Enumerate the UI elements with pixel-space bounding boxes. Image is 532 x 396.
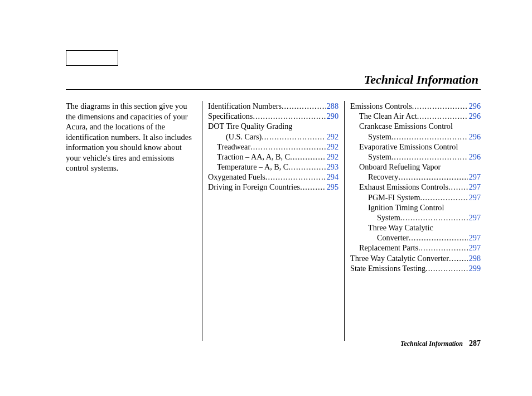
toc-entry[interactable]: System296 [350, 132, 481, 142]
toc-label: Recovery [368, 172, 398, 182]
toc-entry: Ignition Timing Control [350, 202, 481, 213]
toc-leader-dots [448, 182, 468, 192]
toc-label: Exhaust Emissions Controls [359, 182, 448, 192]
title-rule [66, 89, 481, 90]
toc-entry[interactable]: Exhaust Emissions Controls297 [350, 182, 481, 192]
toc-label: Crankcase Emissions Control [359, 121, 453, 131]
toc-label: Driving in Foreign Countries [208, 182, 300, 192]
toc-leader-dots [282, 101, 326, 111]
toc-entry[interactable]: Treadwear292 [208, 142, 338, 152]
toc-label: System [368, 152, 391, 162]
toc-label: Treadwear [217, 142, 250, 152]
toc-page-link[interactable]: 292 [326, 152, 338, 162]
page-footer: Technical Information 287 [400, 339, 481, 348]
toc-leader-dots [425, 263, 468, 273]
toc-entry[interactable]: Converter297 [350, 233, 481, 243]
toc-page-link[interactable]: 296 [468, 132, 481, 142]
toc-page-link[interactable]: 297 [468, 243, 481, 253]
toc-entry: Onboard Refueling Vapor [350, 162, 481, 172]
toc-label: Temperature – A, B, C [217, 162, 288, 172]
column-toc-1: Identification Numbers288Specifications2… [202, 101, 344, 341]
toc-page-link[interactable]: 297 [468, 192, 481, 202]
toc-page-link[interactable]: 292 [326, 132, 338, 142]
toc-entry[interactable]: (U.S. Cars)292 [208, 132, 338, 142]
toc-label: Converter [377, 233, 409, 243]
toc-entry: Three Way Catalytic [350, 223, 481, 233]
toc-leader-dots [253, 111, 325, 121]
toc-page-link[interactable]: 297 [468, 182, 481, 192]
toc-label: Evaporative Emissions Control [359, 142, 458, 152]
toc-label: State Emissions Testing [350, 263, 425, 273]
toc-leader-dots [398, 172, 467, 182]
toc-leader-dots [412, 101, 468, 111]
toc-label: Identification Numbers [208, 101, 282, 111]
placeholder-box [66, 50, 118, 66]
toc-leader-dots [391, 152, 468, 162]
toc-leader-dots [250, 142, 326, 152]
toc-leader-dots [288, 162, 325, 172]
toc-entry[interactable]: Recovery297 [350, 172, 481, 182]
toc-entry[interactable]: Emissions Controls296 [350, 101, 481, 111]
toc-label: PGM-FI System [368, 192, 420, 202]
toc-entry: Crankcase Emissions Control [350, 121, 481, 131]
intro-text: The diagrams in this section give you th… [66, 101, 196, 173]
content-columns: The diagrams in this section give you th… [66, 101, 481, 341]
toc-entry[interactable]: Oxygenated Fuels294 [208, 172, 338, 182]
toc-leader-dots [300, 182, 326, 192]
toc-label: Traction – AA, A, B, C [217, 152, 290, 162]
toc-entry[interactable]: Traction – AA, A, B, C292 [208, 152, 338, 162]
toc-page-link[interactable]: 293 [326, 162, 338, 172]
toc-entry[interactable]: The Clean Air Act296 [350, 111, 481, 121]
toc-page-link[interactable]: 297 [468, 172, 481, 182]
toc-page-link[interactable]: 298 [468, 253, 481, 263]
toc-page-link[interactable]: 288 [326, 101, 338, 111]
toc-entry: DOT Tire Quality Grading [208, 121, 338, 131]
toc-label: System [368, 132, 391, 142]
toc-leader-dots [409, 233, 468, 243]
toc-label: Three Way Catalytic Converter [350, 253, 449, 263]
toc-label: System [377, 213, 400, 223]
toc-label: Replacement Parts [359, 243, 418, 253]
toc-entry[interactable]: State Emissions Testing299 [350, 263, 481, 273]
toc-page-link[interactable]: 294 [326, 172, 338, 182]
toc-label: Specifications [208, 111, 253, 121]
toc-leader-dots [420, 192, 467, 202]
toc-entry[interactable]: Three Way Catalytic Converter298 [350, 253, 481, 263]
toc-leader-dots [400, 213, 468, 223]
toc-label: Three Way Catalytic [368, 223, 433, 233]
toc-label: Ignition Timing Control [368, 202, 444, 213]
toc-entry[interactable]: Replacement Parts297 [350, 243, 481, 253]
toc-label: (U.S. Cars) [226, 132, 262, 142]
toc-entry[interactable]: Identification Numbers288 [208, 101, 338, 111]
toc-leader-dots [262, 132, 325, 142]
toc-label: Onboard Refueling Vapor [359, 162, 441, 172]
toc-page-link[interactable]: 297 [468, 233, 481, 243]
toc-page-link[interactable]: 295 [326, 182, 338, 192]
toc-page-link[interactable]: 297 [468, 213, 481, 223]
toc-entry[interactable]: Temperature – A, B, C293 [208, 162, 338, 172]
toc-page-link[interactable]: 292 [326, 142, 338, 152]
toc-page-link[interactable]: 296 [468, 152, 481, 162]
toc-leader-dots [290, 152, 326, 162]
toc-page-link[interactable]: 290 [326, 111, 338, 121]
toc-entry[interactable]: Driving in Foreign Countries295 [208, 182, 338, 192]
footer-section-label: Technical Information [400, 340, 463, 347]
toc-leader-dots [418, 243, 468, 253]
toc-entry[interactable]: System296 [350, 152, 481, 162]
toc-page-link[interactable]: 296 [468, 111, 481, 121]
toc-leader-dots [449, 253, 468, 263]
toc-label: Emissions Controls [350, 101, 412, 111]
toc-entry[interactable]: PGM-FI System297 [350, 192, 481, 202]
toc-leader-dots [265, 172, 326, 182]
toc-page-link[interactable]: 296 [468, 101, 481, 111]
toc-label: DOT Tire Quality Grading [208, 121, 292, 131]
toc-entry[interactable]: Specifications290 [208, 111, 338, 121]
column-toc-2: Emissions Controls296The Clean Air Act29… [345, 101, 481, 341]
toc-leader-dots [391, 132, 468, 142]
toc-label: The Clean Air Act [359, 111, 417, 121]
toc-leader-dots [417, 111, 468, 121]
toc-entry: Evaporative Emissions Control [350, 142, 481, 152]
toc-label: Oxygenated Fuels [208, 172, 265, 182]
toc-entry[interactable]: System297 [350, 213, 481, 223]
toc-page-link[interactable]: 299 [468, 263, 481, 273]
